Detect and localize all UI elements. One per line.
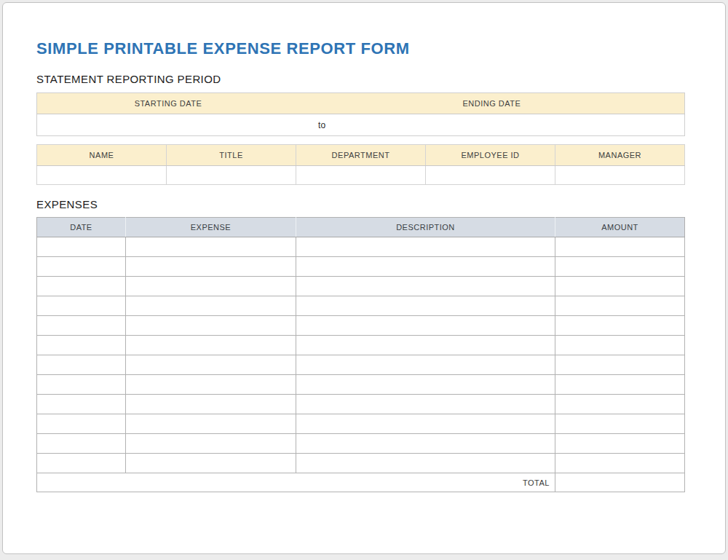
page-title: SIMPLE PRINTABLE EXPENSE REPORT FORM — [36, 39, 685, 58]
expense-amount-field[interactable] — [555, 414, 684, 434]
expense-type-field[interactable] — [125, 395, 296, 414]
expense-description-field[interactable] — [296, 336, 555, 355]
expense-row — [37, 277, 685, 296]
expense-date-field[interactable] — [37, 296, 126, 316]
section-heading-reporting-period: STATEMENT REPORTING PERIOD — [36, 73, 685, 86]
employee-info-table: NAME TITLE DEPARTMENT EMPLOYEE ID MANAGE… — [36, 144, 685, 185]
expense-date-field[interactable] — [37, 414, 126, 434]
expense-column-header: EXPENSE — [125, 218, 296, 237]
expense-amount-field[interactable] — [555, 257, 684, 277]
expense-type-field[interactable] — [125, 414, 296, 434]
ending-date-field[interactable] — [344, 114, 684, 136]
description-column-header: DESCRIPTION — [296, 218, 555, 237]
expense-amount-field[interactable] — [555, 296, 684, 316]
expense-description-field[interactable] — [296, 375, 555, 395]
employee-id-header: EMPLOYEE ID — [426, 145, 555, 166]
starting-date-field[interactable] — [37, 114, 299, 136]
manager-field[interactable] — [555, 166, 685, 185]
date-range-separator: to — [299, 114, 344, 136]
department-field[interactable] — [296, 166, 426, 185]
expense-description-field[interactable] — [296, 277, 555, 296]
expense-description-field[interactable] — [296, 316, 555, 336]
date-column-header: DATE — [37, 218, 126, 237]
expense-type-field[interactable] — [125, 434, 296, 454]
name-header: NAME — [37, 145, 167, 166]
manager-header: MANAGER — [555, 145, 685, 166]
expense-type-field[interactable] — [125, 336, 296, 355]
expense-date-field[interactable] — [37, 434, 126, 454]
expense-description-field[interactable] — [296, 355, 555, 375]
expense-date-field[interactable] — [37, 237, 126, 257]
expense-description-field[interactable] — [296, 454, 555, 473]
expense-row — [37, 336, 685, 355]
expense-row — [37, 237, 685, 257]
expense-row — [37, 414, 685, 434]
expense-date-field[interactable] — [37, 375, 126, 395]
expense-date-field[interactable] — [37, 336, 126, 355]
title-field[interactable] — [167, 166, 296, 185]
expense-amount-field[interactable] — [555, 355, 684, 375]
employee-id-field[interactable] — [426, 166, 555, 185]
section-heading-expenses: EXPENSES — [36, 198, 685, 211]
expense-date-field[interactable] — [37, 257, 126, 277]
expense-type-field[interactable] — [125, 237, 296, 257]
expense-date-field[interactable] — [37, 454, 126, 473]
expense-type-field[interactable] — [125, 296, 296, 316]
date-range-table: STARTING DATE ENDING DATE to — [36, 92, 685, 136]
expense-amount-field[interactable] — [555, 277, 684, 296]
expense-date-field[interactable] — [37, 277, 126, 296]
total-label: TOTAL — [37, 473, 555, 492]
expense-description-field[interactable] — [296, 414, 555, 434]
expenses-table: DATE EXPENSE DESCRIPTION AMOUNT TOTAL — [36, 217, 685, 492]
expense-row — [37, 395, 685, 414]
expense-type-field[interactable] — [125, 257, 296, 277]
expense-row — [37, 355, 685, 375]
expense-rows — [37, 237, 685, 473]
expense-amount-field[interactable] — [555, 454, 684, 473]
starting-date-header: STARTING DATE — [37, 93, 299, 114]
department-header: DEPARTMENT — [296, 145, 426, 166]
expense-date-field[interactable] — [37, 395, 126, 414]
total-amount-field[interactable] — [555, 473, 684, 492]
expense-description-field[interactable] — [296, 296, 555, 316]
expense-row — [37, 296, 685, 316]
expense-row — [37, 434, 685, 454]
expense-description-field[interactable] — [296, 257, 555, 277]
expense-type-field[interactable] — [125, 355, 296, 375]
expense-date-field[interactable] — [37, 316, 126, 336]
expense-amount-field[interactable] — [555, 237, 684, 257]
expense-amount-field[interactable] — [555, 336, 684, 355]
expense-row — [37, 375, 685, 395]
document-page: SIMPLE PRINTABLE EXPENSE REPORT FORM STA… — [2, 2, 726, 554]
expense-amount-field[interactable] — [555, 316, 684, 336]
expense-amount-field[interactable] — [555, 375, 684, 395]
expense-amount-field[interactable] — [555, 395, 684, 414]
expense-type-field[interactable] — [125, 375, 296, 395]
expense-amount-field[interactable] — [555, 434, 684, 454]
expense-description-field[interactable] — [296, 395, 555, 414]
expense-description-field[interactable] — [296, 434, 555, 454]
expense-type-field[interactable] — [125, 454, 296, 473]
expense-date-field[interactable] — [37, 355, 126, 375]
expense-row — [37, 316, 685, 336]
name-field[interactable] — [37, 166, 167, 185]
expense-row — [37, 257, 685, 277]
expense-row — [37, 454, 685, 473]
document-content: SIMPLE PRINTABLE EXPENSE REPORT FORM STA… — [36, 39, 685, 492]
amount-column-header: AMOUNT — [555, 218, 684, 237]
title-header: TITLE — [167, 145, 296, 166]
ending-date-header: ENDING DATE — [299, 93, 685, 114]
expense-type-field[interactable] — [125, 277, 296, 296]
expense-description-field[interactable] — [296, 237, 555, 257]
expense-type-field[interactable] — [125, 316, 296, 336]
